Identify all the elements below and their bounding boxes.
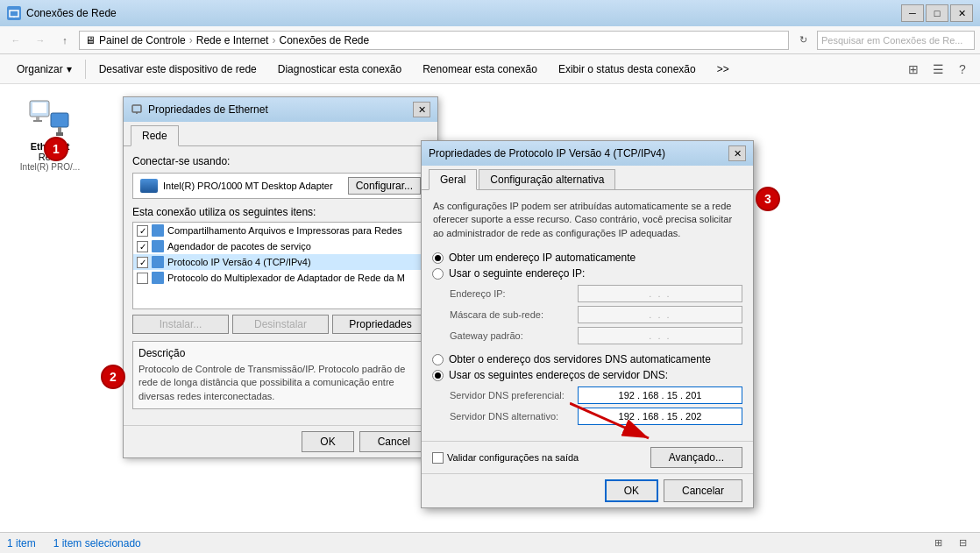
mascara-input[interactable]: . . . — [578, 306, 742, 323]
gateway-input[interactable]: . . . — [578, 327, 742, 344]
view-details-button[interactable]: ⊞ — [903, 60, 924, 79]
auto-dns-option[interactable]: Obter o endereço dos servidores DNS auto… — [432, 353, 742, 365]
ipv4-dialog-close[interactable]: ✕ — [728, 145, 746, 161]
avancado-button[interactable]: Avançado... — [650, 447, 742, 468]
close-button[interactable]: ✕ — [950, 4, 973, 22]
adapter-box: Intel(R) PRO/1000 MT Desktop Adapter Con… — [132, 173, 429, 199]
help-button[interactable]: ? — [952, 60, 973, 79]
ipv4-dialog-titlebar: Propriedades de Protocolo IP Versão 4 (T… — [422, 141, 753, 166]
more-button[interactable]: >> — [707, 57, 739, 82]
adapter-name: Intel(R) PRO/1000 MT Desktop Adapter — [163, 181, 333, 191]
manual-dns-radio[interactable] — [432, 370, 444, 381]
ethernet-dialog-content: Conectar-se usando: Intel(R) PRO/1000 MT… — [124, 146, 437, 425]
description-title: Descrição — [138, 347, 423, 359]
dialog-ethernet: Propriedades de Ethernet ✕ Rede Conectar… — [123, 96, 438, 458]
manual-dns-label: Usar os seguintes endereços de servidor … — [449, 369, 668, 381]
auto-dns-radio[interactable] — [432, 354, 444, 365]
svg-rect-5 — [33, 120, 42, 122]
svg-rect-9 — [132, 105, 141, 112]
tab-config-alternativa[interactable]: Configuração alternativa — [479, 169, 615, 189]
breadcrumb-part2[interactable]: Rede e Internet — [196, 34, 269, 46]
ethernet-ok-button[interactable]: OK — [302, 431, 353, 452]
breadcrumb: 🖥 Painel de Controle › Rede e Internet ›… — [79, 31, 789, 50]
svg-rect-6 — [51, 113, 68, 127]
diagnose-button[interactable]: Diagnosticar esta conexão — [268, 57, 411, 82]
checkbox-3[interactable] — [137, 273, 148, 284]
ethernet-cancel-button[interactable]: Cancel — [359, 431, 429, 452]
ip-field-row-3: Gateway padrão: . . . — [450, 327, 742, 344]
description-text: Protocolo de Controle de Transmissão/IP.… — [138, 363, 423, 403]
disable-device-button[interactable]: Desativar este dispositivo de rede — [89, 57, 266, 82]
dns-fields: Servidor DNS preferencial: 192 . 168 . 1… — [450, 386, 742, 425]
tab-geral[interactable]: Geral — [429, 169, 477, 190]
connect-using-label: Conectar-se usando: — [132, 155, 429, 167]
toolbar-separator — [85, 60, 86, 79]
endereco-ip-input[interactable]: . . . — [578, 285, 742, 302]
ipv4-cancel-button[interactable]: Cancelar — [664, 479, 742, 502]
view-list-button[interactable]: ☰ — [927, 60, 948, 79]
checkbox-0[interactable] — [137, 225, 148, 237]
rename-button[interactable]: Renomear esta conexão — [413, 57, 547, 82]
tab-rede[interactable]: Rede — [131, 125, 179, 146]
organize-button[interactable]: Organizar ▾ — [7, 57, 82, 82]
toolbar-right: ⊞ ☰ ? — [903, 60, 973, 79]
ethernet-dialog-icon — [131, 103, 143, 116]
ethernet-dialog-titlebar: Propriedades de Ethernet ✕ — [124, 97, 437, 122]
breadcrumb-part3[interactable]: Conexões de Rede — [279, 34, 369, 46]
auto-ip-radio[interactable] — [432, 252, 444, 264]
forward-button[interactable]: → — [30, 31, 51, 50]
status-view-btn1[interactable]: ⊞ — [927, 534, 948, 553]
items-label: Esta conexão utiliza os seguintes itens: — [132, 206, 429, 218]
item-count[interactable]: 1 item — [7, 537, 36, 549]
ip-radio-group: Obter um endereço IP automaticamente Usa… — [432, 252, 742, 280]
view-status-button[interactable]: Exibir o status desta conexão — [549, 57, 706, 82]
search-box[interactable]: Pesquisar em Conexões de Re... — [817, 31, 975, 50]
list-item-label-2: Protocolo IP Versão 4 (TCP/IPv4) — [167, 257, 311, 267]
up-button[interactable]: ↑ — [54, 31, 75, 50]
list-icon-2 — [152, 256, 164, 268]
title-bar: Conexões de Rede ─ □ ✕ — [0, 0, 980, 26]
dns-pref-input[interactable]: 192 . 168 . 15 . 201 — [578, 386, 742, 404]
ethernet-dialog-close[interactable]: ✕ — [413, 102, 430, 117]
configure-button[interactable]: Configurar... — [348, 177, 421, 195]
list-item-0[interactable]: Compartilhamento Arquivos e Impressoras … — [133, 223, 428, 238]
dns-radio-group: Obter o endereço dos servidores DNS auto… — [432, 353, 742, 381]
instalar-button[interactable]: Instalar... — [132, 315, 229, 334]
list-item-3[interactable]: Protocolo do Multiplexador de Adaptador … — [133, 270, 428, 286]
dns-pref-row: Servidor DNS preferencial: 192 . 168 . 1… — [450, 386, 742, 404]
refresh-button[interactable]: ↻ — [792, 31, 813, 50]
validate-label: Validar configurações na saída — [447, 452, 579, 463]
dns-alt-input[interactable]: 192 . 168 . 15 . 202 — [578, 408, 742, 425]
propriedades-button[interactable]: Propriedades — [332, 315, 429, 334]
selected-count: 1 item selecionado — [53, 537, 141, 549]
network-item-adapter: Intel(R) PRO/... — [20, 162, 80, 172]
dns-alt-label: Servidor DNS alternativo: — [450, 411, 572, 422]
checkbox-1[interactable] — [137, 241, 148, 252]
auto-ip-option[interactable]: Obter um endereço IP automaticamente — [432, 252, 742, 264]
manual-dns-option[interactable]: Usar os seguintes endereços de servidor … — [432, 369, 742, 381]
organize-chevron: ▾ — [67, 63, 72, 75]
validate-checkbox[interactable] — [432, 452, 444, 464]
list-item-2[interactable]: Protocolo IP Versão 4 (TCP/IPv4) — [133, 254, 428, 270]
maximize-button[interactable]: □ — [926, 4, 948, 22]
manual-ip-radio[interactable] — [432, 268, 444, 280]
ip-fields: Endereço IP: . . . Máscara de sub-rede: … — [450, 285, 742, 344]
adapter-icon — [140, 179, 158, 193]
list-item-label-0: Compartilhamento Arquivos e Impressoras … — [167, 225, 402, 236]
checkbox-2[interactable] — [137, 257, 148, 268]
ipv4-dialog-title: Propriedades de Protocolo IP Versão 4 (T… — [429, 147, 665, 160]
list-item-label-3: Protocolo do Multiplexador de Adaptador … — [167, 273, 405, 283]
desinstalar-button[interactable]: Desinstalar — [232, 315, 329, 334]
back-button[interactable]: ← — [5, 31, 26, 50]
mascara-label: Máscara de sub-rede: — [450, 309, 572, 320]
status-view-btn2[interactable]: ⊟ — [952, 534, 973, 553]
minimize-button[interactable]: ─ — [901, 4, 924, 22]
list-item-label-1: Agendador de pacotes de serviço — [167, 241, 311, 252]
validate-check: Validar configurações na saída — [432, 452, 579, 464]
manual-ip-option[interactable]: Usar o seguinte endereço IP: — [432, 267, 742, 280]
dns-pref-label: Servidor DNS preferencial: — [450, 390, 572, 401]
breadcrumb-part1[interactable]: Painel de Controle — [99, 34, 186, 46]
ipv4-dialog-tabs: Geral Configuração alternativa — [422, 166, 753, 190]
list-item-1[interactable]: Agendador de pacotes de serviço — [133, 238, 428, 254]
ipv4-ok-button[interactable]: OK — [605, 479, 658, 502]
